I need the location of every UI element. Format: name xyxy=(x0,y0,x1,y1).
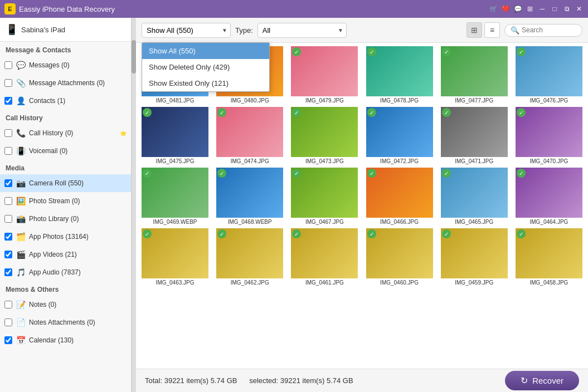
notes-attachments-checkbox[interactable] xyxy=(4,318,12,326)
photo-cell-4[interactable]: ✓IMG_0477.JPG xyxy=(438,45,511,105)
sidebar-item-messages[interactable]: 💬 Messages (0) xyxy=(0,56,131,74)
photo-cell-22[interactable]: ✓IMG_0459.JPG xyxy=(438,227,511,287)
main-layout: 📱 Sabina's iPad Message & Contacts 💬 Mes… xyxy=(0,18,588,392)
sidebar-item-app-photos[interactable]: 🗂️ App Photos (13164) xyxy=(0,228,131,246)
type-label: Type: xyxy=(235,26,253,35)
photo-cell-14[interactable]: ✓IMG_0467.JPG xyxy=(288,166,361,226)
type-dropdown[interactable]: All xyxy=(257,23,347,38)
dropdown-option-show-existed[interactable]: Show Existed Only (121) xyxy=(142,75,269,91)
photo-check-16: ✓ xyxy=(442,169,451,178)
photo-label-0: IMG_0481.JPG xyxy=(142,97,208,104)
photo-cell-5[interactable]: ✓IMG_0476.JPG xyxy=(512,45,586,105)
status-total: Total: 39221 item(s) 5.74 GB selected: 3… xyxy=(145,376,353,385)
photo-cell-8[interactable]: ✓IMG_0473.JPG xyxy=(288,106,361,165)
camera-roll-checkbox[interactable] xyxy=(4,179,12,187)
photo-library-checkbox[interactable] xyxy=(4,215,12,223)
voicemail-checkbox[interactable] xyxy=(4,147,12,155)
toolbar-icon-1[interactable]: 🛒 xyxy=(489,4,498,13)
sidebar-item-contacts[interactable]: 👤 Contacts (1) xyxy=(0,92,131,110)
photo-check-6: ✓ xyxy=(143,108,152,117)
photo-cell-9[interactable]: ✓IMG_0472.JPG xyxy=(363,106,436,165)
photo-cell-7[interactable]: ✓IMG_0474.JPG xyxy=(213,106,286,165)
app-audio-label: App Audio (7837) xyxy=(29,268,127,276)
photo-label-6: IMG_0475.JPG xyxy=(142,158,208,164)
app-videos-checkbox[interactable] xyxy=(4,251,12,258)
notes-attachments-icon: 📄 xyxy=(14,316,27,329)
recover-button[interactable]: ↻ Recover xyxy=(505,371,579,390)
sidebar-item-calendar[interactable]: 📅 Calendar (130) xyxy=(0,331,131,349)
dropdown-option-show-deleted[interactable]: Show Deleted Only (429) xyxy=(142,59,269,75)
photo-cell-21[interactable]: ✓IMG_0460.JPG xyxy=(363,227,436,287)
toolbar-icon-2[interactable]: ❤️ xyxy=(501,4,510,13)
sidebar-item-notes-attachments[interactable]: 📄 Notes Attachments (0) xyxy=(0,313,131,331)
photo-thumb-16: ✓ xyxy=(441,168,508,218)
sidebar-item-app-audio[interactable]: 🎵 App Audio (7837) xyxy=(0,263,131,281)
app-audio-checkbox[interactable] xyxy=(4,268,12,276)
photo-cell-16[interactable]: ✓IMG_0465.JPG xyxy=(438,166,511,226)
sidebar-item-call-history[interactable]: 📞 Call History (0) ⭐ xyxy=(0,124,131,142)
photo-cell-15[interactable]: ✓IMG_0466.JPG xyxy=(363,166,436,226)
message-attachments-checkbox[interactable] xyxy=(4,79,12,87)
photo-check-15: ✓ xyxy=(367,169,376,178)
sidebar-scrollbar[interactable] xyxy=(131,18,135,392)
calendar-label: Calendar (130) xyxy=(29,336,127,344)
call-history-checkbox[interactable] xyxy=(4,129,12,137)
grid-view-button[interactable]: ⊞ xyxy=(466,22,482,38)
notes-checkbox[interactable] xyxy=(4,301,12,308)
photo-cell-13[interactable]: ✓IMG_0468.WEBP xyxy=(213,166,286,226)
minimize-button[interactable]: ─ xyxy=(538,4,547,13)
photo-check-21: ✓ xyxy=(367,229,376,238)
photo-check-20: ✓ xyxy=(292,229,301,238)
photo-stream-checkbox[interactable] xyxy=(4,197,12,205)
photo-thumb-18: ✓ xyxy=(142,228,208,278)
photo-cell-18[interactable]: ✓IMG_0463.JPG xyxy=(138,227,212,287)
search-input[interactable] xyxy=(522,26,576,34)
messages-checkbox[interactable] xyxy=(4,61,12,69)
sidebar-item-app-videos[interactable]: 🎬 App Videos (21) xyxy=(0,246,131,263)
photo-stream-label: Photo Stream (0) xyxy=(29,197,127,205)
toolbar-icon-3[interactable]: 💬 xyxy=(513,4,522,13)
photo-cell-6[interactable]: ✓IMG_0475.JPG xyxy=(138,106,212,165)
photo-thumb-4: ✓ xyxy=(441,46,508,96)
sidebar-scroll: 📱 Sabina's iPad Message & Contacts 💬 Mes… xyxy=(0,18,131,392)
toolbar-icon-4[interactable]: ⊞ xyxy=(526,4,534,13)
sidebar-item-camera-roll[interactable]: 📷 Camera Roll (550) xyxy=(0,174,131,192)
photo-cell-3[interactable]: ✓IMG_0478.JPG xyxy=(363,45,436,105)
photo-cell-23[interactable]: ✓IMG_0458.JPG xyxy=(512,227,586,287)
photo-label-18: IMG_0463.JPG xyxy=(142,280,208,286)
close-button[interactable]: ✕ xyxy=(575,4,584,13)
device-item[interactable]: 📱 Sabina's iPad xyxy=(0,18,131,42)
sidebar-scroll-thumb[interactable] xyxy=(132,40,136,74)
section-call-history: Call History xyxy=(0,110,131,124)
content-area: Show All (550) Show Deleted Only (429) S… xyxy=(136,18,588,392)
calendar-checkbox[interactable] xyxy=(4,336,12,344)
photo-cell-12[interactable]: ✓IMG_0469.WEBP xyxy=(138,166,212,226)
sidebar-item-photo-library[interactable]: 📸 Photo Library (0) xyxy=(0,210,131,228)
photo-cell-10[interactable]: ✓IMG_0471.JPG xyxy=(438,106,511,165)
photo-thumb-7: ✓ xyxy=(216,107,283,157)
photo-cell-17[interactable]: ✓IMG_0464.JPG xyxy=(512,166,586,226)
app-audio-icon: 🎵 xyxy=(14,266,27,278)
sidebar-item-message-attachments[interactable]: 📎 Message Attachments (0) xyxy=(0,74,131,92)
photo-cell-2[interactable]: ✓IMG_0479.JPG xyxy=(288,45,361,105)
filter-dropdown[interactable]: Show All (550) Show Deleted Only (429) S… xyxy=(142,23,231,38)
sidebar-item-voicemail[interactable]: 📳 Voicemail (0) xyxy=(0,142,131,160)
filter-dropdown-overlay[interactable]: Show All (550) Show Deleted Only (429) S… xyxy=(142,42,270,92)
messages-label: Messages (0) xyxy=(29,61,127,69)
photo-cell-19[interactable]: ✓IMG_0462.JPG xyxy=(213,227,286,287)
contacts-checkbox[interactable] xyxy=(4,97,12,105)
app-photos-checkbox[interactable] xyxy=(4,233,12,241)
sidebar-item-photo-stream[interactable]: 🖼️ Photo Stream (0) xyxy=(0,192,131,210)
call-history-icon: 📞 xyxy=(14,127,27,139)
photo-cell-20[interactable]: ✓IMG_0461.JPG xyxy=(288,227,361,287)
view-toggle: ⊞ ≡ xyxy=(466,22,500,38)
dropdown-option-show-all[interactable]: Show All (550) xyxy=(142,43,269,59)
sidebar-item-notes[interactable]: 📝 Notes (0) xyxy=(0,296,131,313)
list-view-button[interactable]: ≡ xyxy=(484,22,500,38)
search-box[interactable]: 🔍 xyxy=(504,24,582,37)
photo-cell-11[interactable]: ✓IMG_0470.JPG xyxy=(512,106,586,165)
maximize-button[interactable]: □ xyxy=(550,4,559,13)
restore-button[interactable]: ⧉ xyxy=(562,4,571,13)
photo-thumb-9: ✓ xyxy=(366,107,433,157)
sidebar: 📱 Sabina's iPad Message & Contacts 💬 Mes… xyxy=(0,18,136,392)
